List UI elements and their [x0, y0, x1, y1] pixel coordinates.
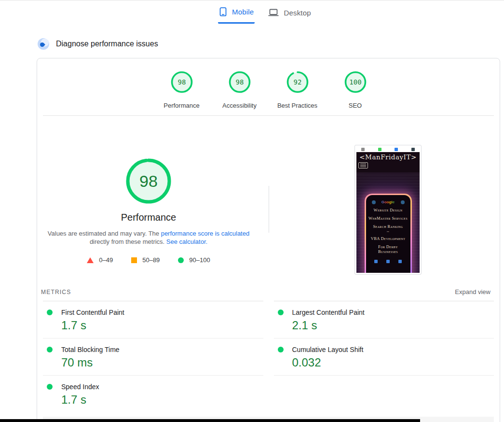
legend-range: 0–49	[99, 256, 113, 264]
screenshot-toolbar	[356, 147, 420, 152]
gauge-label: Accessibility	[211, 102, 269, 109]
svg-text:98: 98	[139, 172, 158, 190]
tab-mobile[interactable]: Mobile	[218, 4, 255, 24]
score-description: Values are estimated and may vary. The p…	[44, 229, 253, 246]
social-icon	[386, 260, 390, 263]
linkedin-icon	[395, 148, 398, 151]
pass-dot-icon	[47, 309, 53, 315]
gauge-seo[interactable]: 100 SEO	[327, 70, 384, 115]
laptop-icon	[268, 8, 279, 17]
badge-icon	[401, 200, 405, 204]
main-gauge-title: Performance	[37, 212, 260, 223]
metrics-grid: First Contentful Paint 1.7 s Total Block…	[43, 301, 494, 412]
screenshot-content: <ManFridayIT> Google Website De	[356, 147, 420, 273]
tab-desktop-label: Desktop	[284, 9, 311, 17]
screenshot-site-header: <ManFridayIT>	[356, 152, 420, 172]
gauge-ring: 98	[170, 70, 193, 94]
category-gauges-row: 98 Performance 98 Accessibility 92 Best	[37, 58, 500, 115]
insights-icon	[38, 38, 49, 50]
metric-value: 1.7 s	[61, 319, 263, 332]
gauge-ring: 92	[286, 70, 309, 94]
metric-si: Speed Index 1.7 s	[43, 376, 263, 412]
see-calculator-link[interactable]: See calculator.	[166, 238, 207, 245]
page-screenshot-thumbnail[interactable]: <ManFridayIT> Google Website De	[354, 145, 422, 275]
tab-desktop[interactable]: Desktop	[267, 4, 312, 24]
metric-value: 0.032	[292, 356, 494, 369]
performance-overview: 98 Performance Values are estimated and …	[37, 116, 500, 284]
legend-fail: 0–49	[87, 256, 113, 264]
score-legend: 0–49 50–89 90–100	[87, 256, 210, 264]
metric-value: 1.7 s	[61, 393, 263, 407]
gauge-label: SEO	[327, 102, 384, 109]
service-line: Website Design	[366, 208, 410, 212]
social-icon	[398, 260, 402, 263]
performance-score-panel: 98 Performance Values are estimated and …	[37, 116, 260, 265]
arrows-glyph: ↔	[366, 229, 410, 233]
pagespeed-report-page: Mobile Desktop Diagnose performance issu…	[0, 0, 504, 422]
metric-label: First Contentful Paint	[61, 309, 124, 316]
gauge-ring: 98	[228, 70, 251, 94]
google-logo: Google	[381, 200, 395, 204]
pass-circle-icon	[178, 257, 184, 263]
metrics-column-right: Largest Contentful Paint 2.1 s Cumulativ…	[274, 301, 494, 412]
section-title: Diagnose performance issues	[56, 40, 158, 48]
description-text: directly from these metrics.	[90, 238, 166, 245]
screenshot-body: Google Website Design WebMaster Services…	[356, 172, 420, 273]
metrics-title: METRICS	[41, 289, 71, 295]
service-line: VBA Development	[366, 236, 410, 241]
site-title: <ManFridayIT>	[358, 153, 418, 161]
service-line: Search Ranking	[366, 224, 410, 229]
metric-tbt: Total Blocking Time 70 ms	[43, 338, 263, 376]
pass-dot-icon	[47, 384, 53, 390]
phone-icon	[219, 7, 227, 16]
metric-value: 70 ms	[61, 356, 263, 369]
tab-mobile-label: Mobile	[232, 8, 254, 16]
metric-lcp: Largest Contentful Paint 2.1 s	[274, 301, 494, 338]
metrics-column-left: First Contentful Paint 1.7 s Total Block…	[43, 301, 263, 412]
gauge-accessibility[interactable]: 98 Accessibility	[211, 70, 269, 115]
metric-label: Cumulative Layout Shift	[292, 346, 364, 353]
svg-text:98: 98	[177, 78, 186, 86]
metric-label: Total Blocking Time	[61, 346, 120, 353]
gauge-best-practices[interactable]: 92 Best Practices	[269, 70, 327, 115]
bottom-cutoff-bar	[0, 419, 420, 422]
svg-text:100: 100	[349, 78, 361, 86]
lighthouse-report-card: 98 Performance 98 Accessibility 92 Best	[37, 58, 500, 422]
pass-dot-icon	[47, 347, 53, 352]
fail-triangle-icon	[87, 257, 94, 263]
neon-phone-graphic: Google Website Design WebMaster Services…	[365, 194, 412, 273]
metric-label: Speed Index	[61, 383, 99, 391]
hamburger-menu-icon	[358, 162, 368, 169]
badge-icon	[372, 200, 376, 204]
svg-text:98: 98	[235, 78, 244, 86]
phone-icon-row: Google	[366, 200, 410, 204]
gauge-label: Best Practices	[269, 102, 327, 109]
service-line: WebMaster Services	[366, 216, 410, 221]
svg-text:92: 92	[293, 78, 301, 86]
pass-dot-icon	[278, 347, 284, 352]
whatsapp-icon	[378, 148, 381, 151]
gauge-performance[interactable]: 98 Performance	[153, 70, 211, 115]
legend-range: 50–89	[142, 256, 160, 264]
average-square-icon	[131, 257, 137, 263]
social-icon	[374, 260, 378, 263]
metrics-header: METRICS Expand view	[37, 288, 500, 301]
vertical-divider	[269, 186, 269, 233]
score-calculated-link[interactable]: performance score is calculated	[161, 230, 250, 237]
legend-range: 90–100	[189, 256, 210, 264]
gauge-ring: 100	[344, 70, 367, 94]
gauge-label: Performance	[153, 102, 211, 109]
metric-label: Largest Contentful Paint	[292, 309, 365, 316]
expand-view-link[interactable]: Expand view	[455, 288, 490, 295]
legend-average: 50–89	[131, 256, 160, 264]
metric-fcp: First Contentful Paint 1.7 s	[43, 301, 263, 338]
phone-contact-icon	[411, 148, 415, 151]
service-line: For Derby Businesses	[366, 244, 410, 254]
pass-dot-icon	[278, 309, 284, 315]
metric-cls: Cumulative Layout Shift 0.032	[274, 338, 494, 376]
legend-pass: 90–100	[178, 256, 210, 264]
section-header: Diagnose performance issues	[38, 38, 158, 50]
description-text: Values are estimated and may vary. The	[48, 230, 161, 237]
main-gauge-ring: 98	[125, 158, 172, 204]
device-tabbar: Mobile Desktop	[218, 4, 312, 24]
